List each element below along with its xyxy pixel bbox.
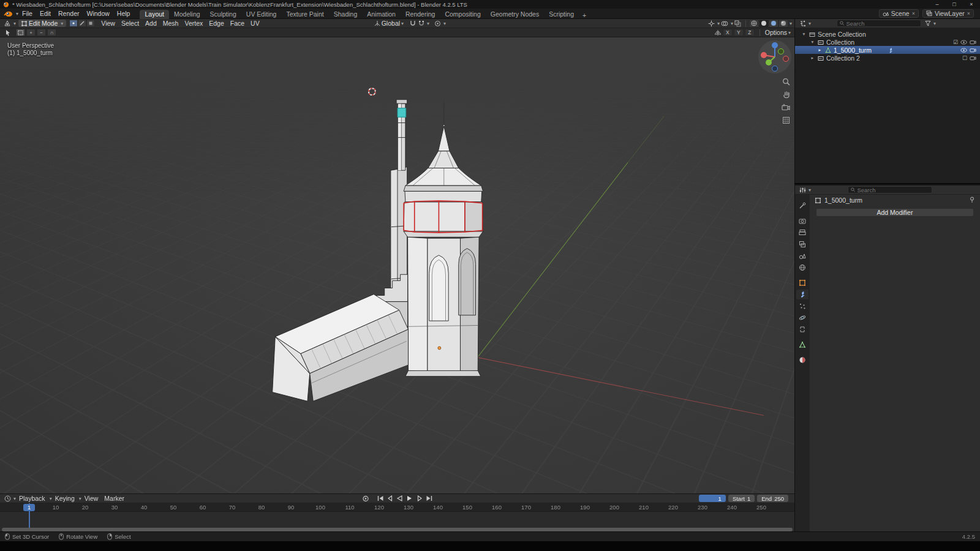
menu-keying[interactable]: Keying <box>52 495 78 502</box>
vertex-select-button[interactable] <box>69 20 78 27</box>
maximize-button[interactable]: □ <box>946 0 963 9</box>
mirror-y-button[interactable]: Y <box>734 29 744 36</box>
previous-keyframe-button[interactable] <box>386 495 394 502</box>
3d-cursor[interactable] <box>366 86 377 97</box>
properties-editor-icon[interactable] <box>798 186 807 194</box>
menu-add[interactable]: Add <box>142 20 160 27</box>
disable-render-camera-icon[interactable] <box>970 40 976 45</box>
pin-icon[interactable] <box>969 197 975 204</box>
outliner-editor-icon[interactable] <box>798 20 807 28</box>
editor-type-chevron[interactable]: ▾ <box>13 21 16 26</box>
workspace-tab-compositing[interactable]: Compositing <box>440 10 485 19</box>
menu-file[interactable]: File <box>18 9 36 19</box>
workspace-tab-uv-editing[interactable]: UV Editing <box>241 10 282 19</box>
shading-rendered-button[interactable] <box>778 20 788 28</box>
outliner-row-collection-2[interactable]: ▸ Collection 2 ☐ <box>795 54 980 62</box>
workspace-tab-rendering[interactable]: Rendering <box>401 10 440 19</box>
blender-menu-icon[interactable] <box>4 10 13 18</box>
end-frame-field[interactable]: End250 <box>757 495 788 502</box>
next-keyframe-button[interactable] <box>415 495 423 502</box>
expander-icon[interactable]: ▸ <box>817 47 823 53</box>
particles-tab[interactable] <box>796 301 809 311</box>
active-tool-icon[interactable] <box>4 29 12 37</box>
render-tab[interactable] <box>796 216 809 226</box>
minimize-button[interactable]: – <box>929 0 946 9</box>
menu-help[interactable]: Help <box>113 9 134 19</box>
menu-window[interactable]: Window <box>83 9 113 19</box>
workspace-tab-sculpting[interactable]: Sculpting <box>205 10 241 19</box>
pan-hand-icon[interactable] <box>781 89 791 99</box>
workspace-tab-layout[interactable]: Layout <box>140 10 169 19</box>
material-tab[interactable] <box>796 355 809 365</box>
exclude-checkbox[interactable]: ☑ <box>953 39 958 45</box>
exclude-checkbox[interactable]: ☐ <box>962 55 967 61</box>
menu-edit[interactable]: Edit <box>36 9 55 19</box>
outliner-row-active-object[interactable]: ▸ 1_5000_turm <box>795 46 980 54</box>
menu-view-timeline[interactable]: View <box>81 495 102 502</box>
timeline-track-area[interactable] <box>0 512 794 528</box>
menu-render[interactable]: Render <box>55 9 83 19</box>
viewport-3d-canvas[interactable] <box>0 37 794 493</box>
select-mode-extend-button[interactable]: + <box>26 29 36 36</box>
ortho-persp-icon[interactable] <box>781 115 791 125</box>
options-dropdown[interactable]: Options <box>765 29 787 36</box>
current-frame-field[interactable]: 1 <box>699 495 726 502</box>
menu-view[interactable]: View <box>98 20 118 27</box>
play-button[interactable] <box>405 495 413 502</box>
xray-toggle-icon[interactable] <box>733 20 742 28</box>
filter-funnel-icon[interactable] <box>924 20 932 28</box>
workspace-tab-geometry-nodes[interactable]: Geometry Nodes <box>486 10 544 19</box>
zoom-icon[interactable] <box>781 77 791 86</box>
menu-playback[interactable]: Playback <box>16 495 48 502</box>
select-mode-intersect-button[interactable]: ∩ <box>47 29 56 36</box>
workspace-tab-animation[interactable]: Animation <box>362 10 401 19</box>
menu-face[interactable]: Face <box>227 20 247 27</box>
disable-render-camera-icon[interactable] <box>970 56 976 61</box>
edge-select-button[interactable] <box>78 20 86 27</box>
shading-solid-button[interactable] <box>759 20 769 28</box>
menu-mesh[interactable]: Mesh <box>160 20 182 27</box>
select-mode-subtract-button[interactable]: − <box>37 29 46 36</box>
expander-icon[interactable]: ▾ <box>810 39 815 45</box>
menu-vertex[interactable]: Vertex <box>181 20 206 27</box>
snap-target-icon[interactable] <box>409 20 417 28</box>
menu-marker[interactable]: Marker <box>101 495 127 502</box>
workspace-tab-texture-paint[interactable]: Texture Paint <box>281 10 328 19</box>
orientation-dropdown[interactable]: Global <box>382 20 400 27</box>
snap-magnet-icon[interactable] <box>417 20 426 28</box>
world-tab[interactable] <box>796 263 809 272</box>
viewlayer-unlink-icon[interactable]: × <box>967 10 970 17</box>
outliner-search-input[interactable] <box>846 20 918 27</box>
viewlayer-tab[interactable] <box>796 239 809 249</box>
select-mode-set-button[interactable] <box>16 29 25 36</box>
constraints-tab[interactable] <box>796 324 809 334</box>
output-tab[interactable] <box>796 228 809 238</box>
face-select-button[interactable] <box>86 20 95 27</box>
physics-tab[interactable] <box>796 313 809 323</box>
mode-dropdown[interactable]: Edit Mode ▾ <box>18 20 66 27</box>
auto-keying-toggle[interactable] <box>361 495 369 502</box>
timeline-ruler[interactable]: 1020304050607080901001101201301401501601… <box>0 503 794 512</box>
viewlayer-selector[interactable]: ViewLayer × <box>922 9 974 18</box>
tool-tab[interactable] <box>796 201 809 211</box>
close-button[interactable]: × <box>963 0 980 9</box>
workspace-tab-modeling[interactable]: Modeling <box>169 10 205 19</box>
add-modifier-button[interactable]: Add Modifier <box>816 208 974 217</box>
scene-tab[interactable] <box>796 251 809 261</box>
playhead-frame-chip[interactable]: 1 <box>23 504 35 511</box>
expander-icon[interactable]: ▸ <box>810 55 815 61</box>
hide-eye-icon[interactable] <box>960 48 967 53</box>
scene-unlink-icon[interactable]: × <box>912 10 915 17</box>
scene-selector[interactable]: Scene × <box>879 9 919 18</box>
jump-to-start-button[interactable] <box>376 495 384 502</box>
add-workspace-button[interactable]: + <box>579 12 590 19</box>
hide-eye-icon[interactable] <box>960 40 967 45</box>
navigation-gizmo[interactable] <box>756 39 793 75</box>
properties-search-input[interactable] <box>857 187 929 193</box>
outliner-search[interactable] <box>837 20 921 27</box>
modifiers-tab[interactable] <box>796 290 809 299</box>
show-overlays-icon[interactable] <box>720 20 729 28</box>
workspace-tab-shading[interactable]: Shading <box>329 10 363 19</box>
3d-viewport[interactable]: User Perspective (1) 1_5000_turm <box>0 37 794 493</box>
menu-edge[interactable]: Edge <box>206 20 227 27</box>
